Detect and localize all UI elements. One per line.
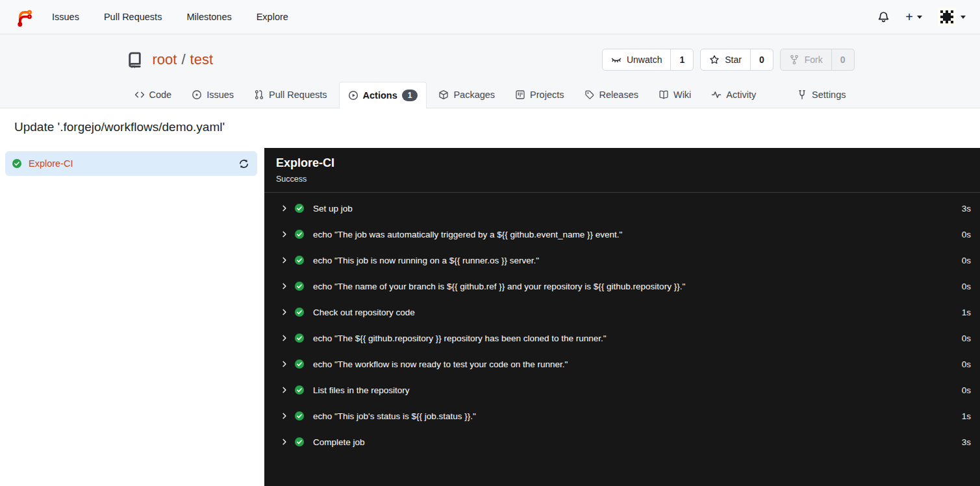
play-circle-icon xyxy=(348,90,358,101)
check-circle-icon xyxy=(294,359,305,369)
step-row[interactable]: echo "This job is now running on a ${{ r… xyxy=(264,247,980,273)
package-icon xyxy=(438,90,449,100)
step-name: echo "The name of your branch is ${{ git… xyxy=(313,282,954,291)
user-menu-dropdown[interactable] xyxy=(938,8,966,26)
tab-label: Releases xyxy=(599,90,638,100)
step-duration: 1s xyxy=(962,308,971,317)
step-name: Set up job xyxy=(313,204,954,213)
job-steps-list: Set up job 3s echo "The job was automati… xyxy=(264,193,980,457)
tab-label: Issues xyxy=(207,90,234,100)
step-name: echo "The job was automatically triggere… xyxy=(313,230,954,239)
tab-projects[interactable]: Projects xyxy=(507,82,572,108)
job-log-header: Explore-CI Success xyxy=(264,148,980,193)
chevron-right-icon xyxy=(281,230,288,238)
repo-title-row: root / test Unwatch 1 xyxy=(126,34,855,81)
job-title: Explore-CI xyxy=(276,156,968,170)
step-row[interactable]: Set up job 3s xyxy=(264,195,980,221)
workflow-run-title: Update '.forgejo/workflows/demo.yaml' xyxy=(0,108,980,148)
identicon-image xyxy=(938,8,956,26)
tools-icon xyxy=(797,90,807,100)
step-row[interactable]: echo "The job was automatically triggere… xyxy=(264,221,980,247)
step-row[interactable]: echo "The name of your branch is ${{ git… xyxy=(264,273,980,299)
repo-breadcrumb: root / test xyxy=(153,51,214,68)
tab-activity[interactable]: Activity xyxy=(703,82,764,108)
step-row[interactable]: echo "The workflow is now ready to test … xyxy=(264,351,980,377)
chevron-right-icon xyxy=(281,386,288,394)
repo-tabs-bar: Code Issues xyxy=(0,81,980,108)
tab-label: Settings xyxy=(812,90,846,100)
check-circle-icon xyxy=(12,158,22,169)
tag-icon xyxy=(584,90,595,100)
repo-name-link[interactable]: test xyxy=(190,51,213,68)
step-name: List files in the repository xyxy=(313,385,954,395)
step-name: Check out repository code xyxy=(313,308,954,317)
step-row[interactable]: echo "This job's status is ${{ job.statu… xyxy=(264,403,980,429)
actions-count-badge: 1 xyxy=(402,90,418,101)
project-board-icon xyxy=(515,90,525,100)
code-icon xyxy=(134,90,145,100)
step-row[interactable]: List files in the repository 0s xyxy=(264,377,980,403)
nav-item-issues[interactable]: Issues xyxy=(52,12,79,22)
tab-settings[interactable]: Settings xyxy=(788,82,854,108)
tab-code[interactable]: Code xyxy=(126,82,181,108)
tab-packages[interactable]: Packages xyxy=(430,82,503,108)
create-new-dropdown[interactable]: + xyxy=(905,10,922,23)
repo-owner-link[interactable]: root xyxy=(153,51,177,68)
tab-wiki[interactable]: Wiki xyxy=(650,82,699,108)
chevron-right-icon xyxy=(281,308,288,316)
star-label: Star xyxy=(725,55,742,65)
step-duration: 0s xyxy=(962,256,971,265)
check-circle-icon xyxy=(294,203,305,213)
rerun-job-button[interactable] xyxy=(238,158,249,169)
step-name: echo "The workflow is now ready to test … xyxy=(313,359,954,369)
book-icon xyxy=(659,90,669,100)
step-duration: 3s xyxy=(962,437,971,447)
forks-count: 0 xyxy=(831,49,854,70)
tab-releases[interactable]: Releases xyxy=(576,82,647,108)
fork-label: Fork xyxy=(805,55,823,65)
tab-label: Activity xyxy=(726,90,756,100)
job-name: Explore-CI xyxy=(29,158,73,169)
chevron-right-icon xyxy=(281,204,288,212)
fork-button: Fork xyxy=(781,49,831,70)
fork-button-group: Fork 0 xyxy=(780,49,855,71)
forgejo-logo[interactable] xyxy=(14,7,34,27)
nav-item-milestones[interactable]: Milestones xyxy=(186,12,231,22)
tab-label: Wiki xyxy=(673,90,691,100)
run-body: Explore-CI Explore-CI Success Set up job… xyxy=(0,148,980,486)
step-row[interactable]: Complete job 3s xyxy=(264,429,980,455)
step-duration: 0s xyxy=(962,230,971,239)
job-status-text: Success xyxy=(276,175,968,184)
job-item-explore-ci[interactable]: Explore-CI xyxy=(5,151,257,176)
bell-icon xyxy=(877,11,890,23)
step-duration: 0s xyxy=(962,359,971,369)
step-duration: 1s xyxy=(962,411,971,421)
notifications-button[interactable] xyxy=(877,11,890,23)
chevron-right-icon xyxy=(281,256,288,264)
tab-actions[interactable]: Actions 1 xyxy=(339,82,427,108)
chevron-right-icon xyxy=(281,282,288,290)
tab-label: Projects xyxy=(530,90,564,100)
job-log-panel: Explore-CI Success Set up job 3s echo "T… xyxy=(264,148,980,486)
nav-item-pull-requests[interactable]: Pull Requests xyxy=(104,12,162,22)
step-row[interactable]: Check out repository code 1s xyxy=(264,299,980,325)
unwatch-button[interactable]: Unwatch xyxy=(603,49,670,70)
tab-issues[interactable]: Issues xyxy=(183,82,242,108)
jobs-sidebar: Explore-CI xyxy=(0,148,264,486)
step-name: echo "This job is now running on a ${{ r… xyxy=(313,256,954,265)
chevron-right-icon xyxy=(281,360,288,368)
step-duration: 0s xyxy=(962,282,971,291)
step-duration: 3s xyxy=(962,204,971,213)
tab-pull-requests[interactable]: Pull Requests xyxy=(245,82,335,108)
plus-icon: + xyxy=(905,10,913,23)
pulse-icon xyxy=(711,90,722,100)
stars-count[interactable]: 0 xyxy=(750,49,773,70)
tab-label: Pull Requests xyxy=(269,90,327,100)
nav-item-explore[interactable]: Explore xyxy=(257,12,288,22)
check-circle-icon xyxy=(294,281,305,291)
star-icon xyxy=(709,55,720,65)
step-row[interactable]: echo "The ${{ github.repository }} repos… xyxy=(264,325,980,351)
check-circle-icon xyxy=(294,333,305,343)
watchers-count[interactable]: 1 xyxy=(670,49,693,70)
star-button[interactable]: Star xyxy=(701,49,750,70)
